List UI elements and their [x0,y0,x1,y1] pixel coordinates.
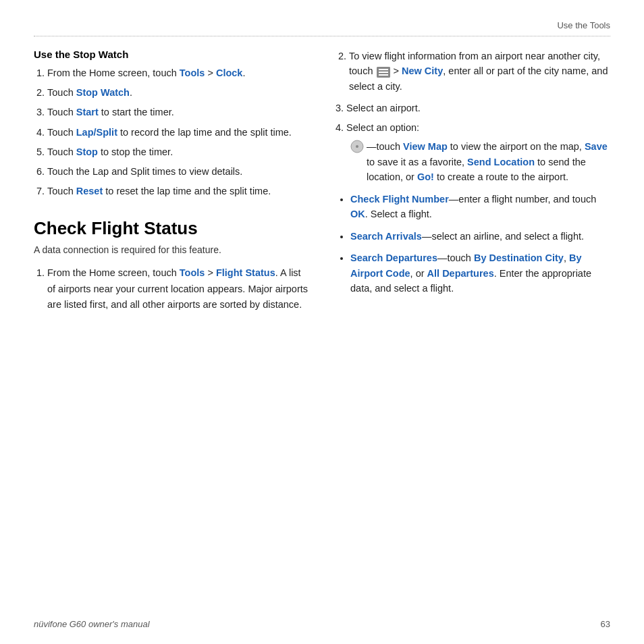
stop-link: Stop [76,146,98,157]
step-6: Touch the Lap and Split times to view de… [47,164,308,180]
tools-link-1: Tools [180,68,205,78]
save-link: Save [585,141,608,152]
option-view-map: —touch View Map to view the airport on t… [350,139,610,184]
option-search-arrivals: Search Arrivals—select an airline, and s… [350,229,610,244]
flight-step-1: From the Home screen, touch Tools > Flig… [47,265,308,313]
right-step-2: To view flight information from an airpo… [349,49,610,94]
step-7: Touch Reset to reset the lap time and th… [47,184,308,199]
right-step-4: 4. Select an option: [336,120,610,135]
svg-rect-2 [379,72,388,73]
search-departures-link: Search Departures [350,252,437,263]
new-city-link: New City [402,65,443,76]
send-location-link: Send Location [467,157,535,167]
footer-title: nüvifone G60 owner's manual [34,619,150,629]
reset-link: Reset [76,186,103,196]
menu-icon [377,67,390,78]
right-steps: To view flight information from an airpo… [336,49,610,94]
stopwatch-steps: From the Home screen, touch Tools > Cloc… [34,65,308,199]
tools-link-2: Tools [180,267,205,278]
step-1: From the Home screen, touch Tools > Cloc… [47,65,308,81]
clock-link: Clock [216,68,243,78]
flight-status-title: Check Flight Status [34,218,308,239]
option-search-departures: Search Departures—touch By Destination C… [350,250,610,296]
flight-status-subtitle: A data connection is required for this f… [34,243,308,257]
view-map-link: View Map [403,141,448,152]
by-destination-link: By Destination City [474,252,564,263]
flight-status-section: Check Flight Status A data connection is… [34,218,308,313]
header-text: Use the Tools [557,20,610,30]
footer-page: 63 [601,619,610,629]
step-5: Touch Stop to stop the timer. [47,144,308,160]
page-header: Use the Tools [34,20,610,36]
right-step-3: 3. Select an airport. [336,101,610,115]
lapsplit-link: Lap/Split [76,127,117,138]
flight-status-link: Flight Status [216,267,275,278]
step-2: Touch Stop Watch. [47,85,308,101]
step-4: Touch Lap/Split to record the lap time a… [47,125,308,140]
ok-link: OK [350,209,365,219]
compass-icon [350,140,364,153]
svg-rect-3 [379,74,388,76]
all-departures-link: All Departures [427,268,494,279]
option-check-flight-number: Check Flight Number—enter a flight numbe… [350,192,610,222]
footer: nüvifone G60 owner's manual 63 [34,619,610,629]
go-link: Go! [417,171,434,182]
stopwatch-link: Stop Watch [76,87,130,98]
check-flight-number-link: Check Flight Number [350,194,449,205]
content-columns: Use the Stop Watch From the Home screen,… [34,49,610,317]
svg-rect-1 [379,69,388,70]
left-column: Use the Stop Watch From the Home screen,… [34,49,308,317]
stopwatch-title: Use the Stop Watch [34,49,308,60]
right-column: To view flight information from an airpo… [336,49,610,317]
flight-status-steps: From the Home screen, touch Tools > Flig… [34,265,308,313]
search-arrivals-link: Search Arrivals [350,231,422,242]
step-3: Touch Start to start the timer. [47,105,308,120]
stopwatch-section: Use the Stop Watch From the Home screen,… [34,49,308,199]
start-link: Start [76,107,99,117]
page-container: Use the Tools Use the Stop Watch From th… [0,0,644,644]
options-list: —touch View Map to view the airport on t… [336,139,610,296]
svg-point-5 [356,145,358,148]
